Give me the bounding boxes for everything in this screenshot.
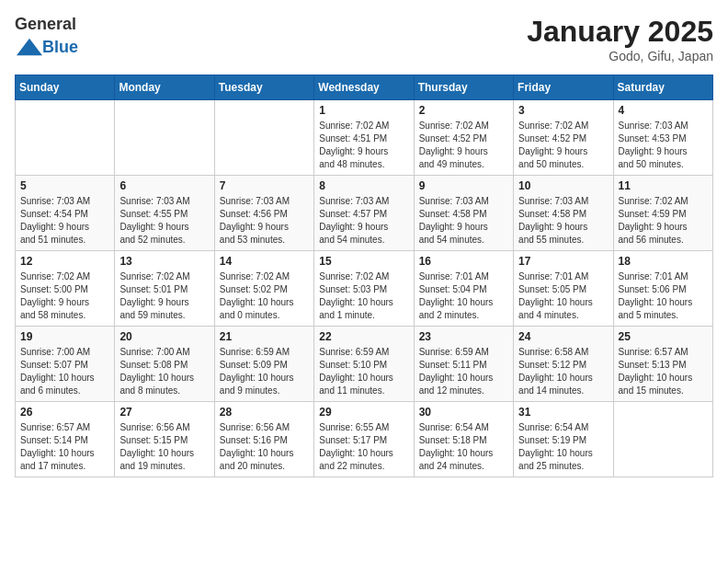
day-number: 5: [20, 179, 109, 192]
calendar-cell: 20Sunrise: 7:00 AM Sunset: 5:08 PM Dayli…: [115, 327, 214, 402]
day-info: Sunrise: 6:59 AM Sunset: 5:10 PM Dayligh…: [319, 346, 408, 397]
day-number: 1: [319, 104, 408, 117]
calendar-cell: 30Sunrise: 6:54 AM Sunset: 5:18 PM Dayli…: [414, 402, 513, 477]
svg-marker-0: [17, 39, 42, 56]
calendar-cell: 21Sunrise: 6:59 AM Sunset: 5:09 PM Dayli…: [214, 327, 313, 402]
day-number: 12: [20, 255, 109, 268]
day-header-wednesday: Wednesday: [314, 75, 414, 100]
calendar-cell: 2Sunrise: 7:02 AM Sunset: 4:52 PM Daylig…: [414, 100, 513, 176]
day-header-tuesday: Tuesday: [214, 75, 313, 100]
day-number: 11: [619, 179, 708, 192]
day-number: 18: [619, 255, 708, 268]
day-info: Sunrise: 7:03 AM Sunset: 4:54 PM Dayligh…: [20, 195, 109, 247]
calendar-cell: 29Sunrise: 6:55 AM Sunset: 5:17 PM Dayli…: [314, 402, 414, 477]
day-info: Sunrise: 7:02 AM Sunset: 4:59 PM Dayligh…: [619, 195, 708, 247]
day-number: 25: [619, 330, 708, 343]
calendar-cell: 5Sunrise: 7:03 AM Sunset: 4:54 PM Daylig…: [16, 176, 115, 251]
day-info: Sunrise: 7:03 AM Sunset: 4:57 PM Dayligh…: [319, 195, 408, 247]
calendar-cell: 7Sunrise: 7:03 AM Sunset: 4:56 PM Daylig…: [214, 176, 313, 251]
calendar-cell: 3Sunrise: 7:02 AM Sunset: 4:52 PM Daylig…: [514, 100, 613, 176]
calendar-cell: 4Sunrise: 7:03 AM Sunset: 4:53 PM Daylig…: [613, 100, 712, 176]
calendar-cell: 8Sunrise: 7:03 AM Sunset: 4:57 PM Daylig…: [314, 176, 414, 251]
calendar-cell: 18Sunrise: 7:01 AM Sunset: 5:06 PM Dayli…: [613, 251, 712, 327]
calendar-cell: 11Sunrise: 7:02 AM Sunset: 4:59 PM Dayli…: [613, 176, 712, 251]
day-header-saturday: Saturday: [613, 75, 712, 100]
day-info: Sunrise: 6:59 AM Sunset: 5:11 PM Dayligh…: [419, 346, 508, 397]
calendar-cell: 27Sunrise: 6:56 AM Sunset: 5:15 PM Dayli…: [115, 402, 214, 477]
week-row-3: 12Sunrise: 7:02 AM Sunset: 5:00 PM Dayli…: [16, 251, 713, 327]
day-number: 30: [419, 406, 508, 419]
day-info: Sunrise: 7:02 AM Sunset: 4:52 PM Dayligh…: [419, 120, 508, 171]
day-info: Sunrise: 7:02 AM Sunset: 5:01 PM Dayligh…: [119, 270, 209, 322]
day-info: Sunrise: 6:56 AM Sunset: 5:15 PM Dayligh…: [119, 421, 209, 473]
day-info: Sunrise: 7:00 AM Sunset: 5:07 PM Dayligh…: [20, 346, 109, 397]
day-number: 2: [419, 104, 508, 117]
day-info: Sunrise: 7:01 AM Sunset: 5:04 PM Dayligh…: [419, 270, 508, 322]
day-info: Sunrise: 7:03 AM Sunset: 4:58 PM Dayligh…: [419, 195, 508, 247]
calendar-cell: 25Sunrise: 6:57 AM Sunset: 5:13 PM Dayli…: [613, 327, 712, 402]
logo-text: General Blue: [15, 15, 78, 60]
day-info: Sunrise: 6:58 AM Sunset: 5:12 PM Dayligh…: [518, 346, 608, 397]
day-number: 29: [319, 406, 408, 419]
calendar-cell: 19Sunrise: 7:00 AM Sunset: 5:07 PM Dayli…: [16, 327, 115, 402]
calendar-cell: 31Sunrise: 6:54 AM Sunset: 5:19 PM Dayli…: [514, 402, 613, 477]
day-number: 8: [319, 179, 408, 192]
day-info: Sunrise: 6:55 AM Sunset: 5:17 PM Dayligh…: [319, 421, 408, 473]
week-row-1: 1Sunrise: 7:02 AM Sunset: 4:51 PM Daylig…: [16, 100, 713, 176]
day-number: 21: [220, 330, 309, 343]
title-block: January 2025 Godo, Gifu, Japan: [527, 15, 713, 63]
logo: General Blue: [15, 15, 78, 60]
day-number: 27: [119, 406, 209, 419]
day-number: 7: [220, 179, 309, 192]
calendar-cell: 24Sunrise: 6:58 AM Sunset: 5:12 PM Dayli…: [514, 327, 613, 402]
day-number: 19: [20, 330, 109, 343]
day-number: 16: [419, 255, 508, 268]
day-number: 20: [119, 330, 209, 343]
calendar-table: SundayMondayTuesdayWednesdayThursdayFrid…: [15, 75, 713, 477]
day-number: 13: [119, 255, 209, 268]
day-number: 3: [518, 104, 608, 117]
calendar-cell: 9Sunrise: 7:03 AM Sunset: 4:58 PM Daylig…: [414, 176, 513, 251]
day-number: 24: [518, 330, 608, 343]
day-info: Sunrise: 7:02 AM Sunset: 4:52 PM Dayligh…: [518, 120, 608, 171]
day-number: 9: [419, 179, 508, 192]
day-info: Sunrise: 7:02 AM Sunset: 5:00 PM Dayligh…: [20, 270, 109, 322]
day-header-monday: Monday: [115, 75, 214, 100]
day-info: Sunrise: 7:01 AM Sunset: 5:05 PM Dayligh…: [518, 270, 608, 322]
location: Godo, Gifu, Japan: [527, 49, 713, 63]
calendar-cell: 10Sunrise: 7:03 AM Sunset: 4:58 PM Dayli…: [514, 176, 613, 251]
week-row-5: 26Sunrise: 6:57 AM Sunset: 5:14 PM Dayli…: [16, 402, 713, 477]
day-number: 15: [319, 255, 408, 268]
calendar-cell: 26Sunrise: 6:57 AM Sunset: 5:14 PM Dayli…: [16, 402, 115, 477]
calendar-cell: 23Sunrise: 6:59 AM Sunset: 5:11 PM Dayli…: [414, 327, 513, 402]
calendar-cell: [214, 100, 313, 176]
day-info: Sunrise: 6:54 AM Sunset: 5:18 PM Dayligh…: [419, 421, 508, 473]
week-row-4: 19Sunrise: 7:00 AM Sunset: 5:07 PM Dayli…: [16, 327, 713, 402]
day-info: Sunrise: 7:03 AM Sunset: 4:55 PM Dayligh…: [119, 195, 209, 247]
calendar-cell: 22Sunrise: 6:59 AM Sunset: 5:10 PM Dayli…: [314, 327, 414, 402]
day-number: 6: [119, 179, 209, 192]
calendar-cell: 28Sunrise: 6:56 AM Sunset: 5:16 PM Dayli…: [214, 402, 313, 477]
calendar-body: 1Sunrise: 7:02 AM Sunset: 4:51 PM Daylig…: [16, 100, 713, 477]
day-info: Sunrise: 7:01 AM Sunset: 5:06 PM Dayligh…: [619, 270, 708, 322]
day-info: Sunrise: 7:03 AM Sunset: 4:58 PM Dayligh…: [518, 195, 608, 247]
day-info: Sunrise: 6:54 AM Sunset: 5:19 PM Dayligh…: [518, 421, 608, 473]
calendar-header: SundayMondayTuesdayWednesdayThursdayFrid…: [16, 75, 713, 100]
calendar-cell: [16, 100, 115, 176]
day-info: Sunrise: 7:02 AM Sunset: 5:02 PM Dayligh…: [220, 270, 309, 322]
day-info: Sunrise: 7:03 AM Sunset: 4:53 PM Dayligh…: [619, 120, 708, 171]
day-info: Sunrise: 6:59 AM Sunset: 5:09 PM Dayligh…: [220, 346, 309, 397]
day-info: Sunrise: 6:57 AM Sunset: 5:14 PM Dayligh…: [20, 421, 109, 473]
day-info: Sunrise: 7:00 AM Sunset: 5:08 PM Dayligh…: [119, 346, 209, 397]
calendar-cell: 17Sunrise: 7:01 AM Sunset: 5:05 PM Dayli…: [514, 251, 613, 327]
day-info: Sunrise: 7:02 AM Sunset: 4:51 PM Dayligh…: [319, 120, 408, 171]
day-number: 4: [619, 104, 708, 117]
calendar-cell: [613, 402, 712, 477]
header-row: SundayMondayTuesdayWednesdayThursdayFrid…: [16, 75, 713, 100]
day-number: 23: [419, 330, 508, 343]
calendar-cell: 13Sunrise: 7:02 AM Sunset: 5:01 PM Dayli…: [115, 251, 214, 327]
calendar-cell: 6Sunrise: 7:03 AM Sunset: 4:55 PM Daylig…: [115, 176, 214, 251]
calendar-cell: 12Sunrise: 7:02 AM Sunset: 5:00 PM Dayli…: [16, 251, 115, 327]
calendar-cell: [115, 100, 214, 176]
calendar-cell: 15Sunrise: 7:02 AM Sunset: 5:03 PM Dayli…: [314, 251, 414, 327]
